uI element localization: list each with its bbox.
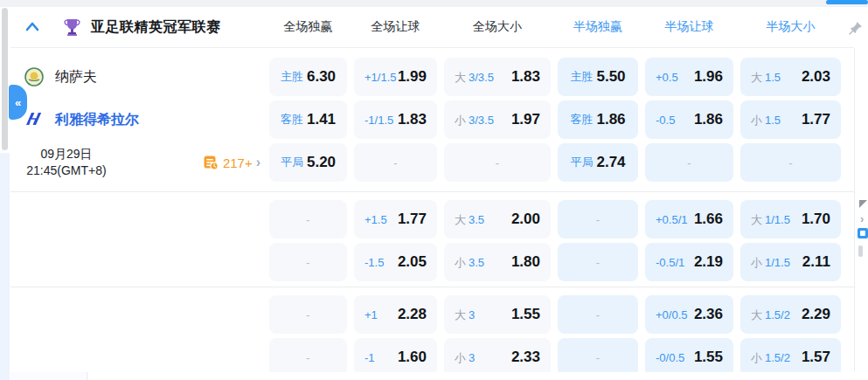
odds-cell-ht-overunder[interactable]: 小1.5/2 1.57 (740, 338, 841, 377)
market-tab-ft-overunder[interactable]: 全场大小 (441, 19, 554, 35)
odds-value: 2.19 (694, 253, 723, 271)
market-tab-ht-overunder[interactable]: 半场大小 (737, 19, 844, 35)
odds-cell-ht-1x2[interactable]: 客胜 1.86 (558, 100, 638, 139)
odds-value: 1.41 (307, 111, 336, 128)
odds-value: 2.28 (398, 306, 427, 323)
market-tab-ht-handicap[interactable]: 半场让球 (642, 19, 737, 35)
odds-value: 1.55 (511, 306, 540, 323)
home-team-row[interactable]: 纳萨夫 (10, 58, 266, 96)
ou-line: 3.5 (469, 213, 484, 226)
odds-row-away: 客胜 1.41 -1/1.5 1.83 小3/3.5 1.97 客胜 1.86 (266, 100, 854, 139)
odds-value: 6.30 (307, 68, 336, 86)
markets-count-icon (203, 155, 219, 170)
odds-value: 2.05 (398, 253, 427, 271)
odds-cell-empty: - (558, 243, 638, 281)
trophy-icon (64, 18, 80, 37)
odds-grid-main: 主胜 6.30 +1/1.5 1.99 大3/3.5 1.83 主胜 5.50 (266, 58, 854, 186)
odds-cell-empty: - (558, 338, 638, 377)
odds-cell-ft-1x2[interactable]: 主胜 6.30 (269, 58, 347, 96)
odds-value: 2.29 (802, 306, 830, 323)
home-team-name: 纳萨夫 (55, 68, 97, 86)
odds-cell-ft-handicap[interactable]: -1 1.60 (354, 338, 437, 377)
empty-dash: - (393, 156, 397, 169)
odds-cell-ft-overunder[interactable]: 小3/3.5 1.97 (444, 100, 551, 139)
odds-cell-ft-1x2[interactable]: 平局 5.20 (269, 143, 347, 182)
ou-direction: 大 (455, 213, 466, 226)
odds-cell-ht-handicap[interactable]: +0.5/1 1.66 (645, 200, 733, 238)
odds-value: 1.66 (694, 211, 723, 228)
odds-cell-ht-handicap[interactable]: -0.5 1.86 (645, 100, 733, 139)
ou-direction: 大 (751, 308, 762, 321)
vertical-scrollbar-thumb[interactable] (2, 8, 8, 150)
odds-cell-ft-handicap[interactable]: -1/1.5 1.83 (354, 100, 437, 139)
ou-line-group: 小1.5/2 (751, 349, 790, 366)
market-tab-ht-1x2[interactable]: 半场独赢 (554, 19, 642, 35)
ou-direction: 小 (455, 114, 466, 127)
ou-line-group: 小1/1.5 (751, 254, 790, 271)
odds-cell-ft-overunder[interactable]: 小3.5 1.80 (444, 243, 551, 281)
handicap-line: -0.5/1 (656, 256, 684, 269)
ou-line-group: 大1.5/2 (751, 307, 790, 323)
sidebar-collapse-tab[interactable]: « (9, 85, 27, 120)
odds-section-alt1: - +1.5 1.77 大3.5 2.00 - +0.5/1 1.66 (10, 191, 854, 287)
league-header-row: 亚足联精英冠军联赛 全场独赢 全场让球 全场大小 半场独赢 半场让球 半场大小 (10, 7, 854, 48)
odds-cell-ht-overunder[interactable]: 小1.5 1.77 (740, 100, 841, 139)
ou-direction: 大 (455, 308, 466, 321)
ou-line-group: 小3/3.5 (455, 112, 494, 128)
left-spacer (10, 295, 266, 377)
odds-cell-ht-overunder[interactable]: 大1.5/2 2.29 (740, 295, 841, 334)
ou-direction: 小 (455, 256, 466, 269)
market-tab-ft-handicap[interactable]: 全场让球 (351, 19, 441, 35)
empty-dash: - (596, 213, 600, 226)
odds-cell-ht-overunder[interactable]: 大1/1.5 1.70 (740, 200, 841, 238)
odds-cell-empty: - (444, 143, 551, 182)
odds-cell-ft-1x2[interactable]: 客胜 1.41 (269, 100, 347, 139)
odds-cell-ft-overunder[interactable]: 大3 1.55 (444, 295, 551, 334)
odds-cell-ht-handicap[interactable]: -0/0.5 1.55 (645, 338, 733, 377)
odds-value: 1.77 (802, 111, 830, 128)
odds-cell-ft-overunder[interactable]: 大3.5 2.00 (444, 200, 551, 238)
next-section-left-cell (10, 372, 87, 380)
odds-grid-alt2: - +1 2.28 大3 1.55 - +0/0.5 2.36 (266, 295, 854, 377)
odds-cell-ft-handicap[interactable]: +1 2.28 (354, 295, 437, 334)
collapse-league-icon[interactable] (24, 20, 40, 34)
handicap-line: -0.5 (656, 114, 675, 127)
odds-cell-ht-handicap[interactable]: +0/0.5 2.36 (645, 295, 733, 334)
handicap-line: +0.5/1 (656, 213, 688, 226)
odds-cell-ht-1x2[interactable]: 平局 2.74 (558, 143, 638, 182)
odds-value: 2.11 (802, 253, 830, 271)
odds-row: - +1 2.28 大3 1.55 - +0/0.5 2.36 (266, 295, 854, 334)
ou-direction: 大 (751, 213, 762, 226)
more-markets-link[interactable]: 217+ › (203, 155, 260, 170)
empty-dash: - (306, 213, 309, 226)
pin-icon[interactable] (849, 21, 863, 38)
ou-line: 3.5 (469, 256, 484, 269)
away-team-row[interactable]: 利雅得希拉尔 (10, 100, 266, 139)
odds-cell-ht-handicap[interactable]: +0.5 1.96 (645, 58, 733, 96)
handicap-line: +1/1.5 (365, 71, 397, 84)
odds-cell-ft-overunder[interactable]: 大3/3.5 1.83 (444, 58, 551, 96)
more-markets-chevron-icon: › (256, 155, 260, 169)
ou-direction: 小 (751, 114, 762, 127)
ou-line-group: 大1/1.5 (751, 211, 790, 228)
odds-cell-ft-handicap[interactable]: +1.5 1.77 (354, 200, 437, 238)
odds-cell-empty: - (354, 143, 437, 182)
odds-cell-empty: - (558, 200, 638, 238)
odds-cell-ht-overunder[interactable]: 大1.5 2.03 (740, 58, 841, 96)
odds-cell-ht-handicap[interactable]: -0.5/1 2.19 (645, 243, 733, 281)
right-panel-divider (854, 48, 855, 371)
odds-value: 1.86 (596, 111, 625, 128)
market-tab-ft-1x2[interactable]: 全场独赢 (266, 19, 351, 35)
odds-cell-ft-handicap[interactable]: +1/1.5 1.99 (354, 58, 437, 96)
odds-cell-ft-overunder[interactable]: 小3 2.33 (444, 338, 551, 377)
odds-cell-ht-1x2[interactable]: 主胜 5.50 (558, 58, 638, 96)
odds-value: 2.36 (694, 306, 723, 323)
odds-cell-ft-handicap[interactable]: -1.5 2.05 (354, 243, 437, 281)
odds-value: 2.00 (511, 211, 540, 228)
odds-cell-ht-overunder[interactable]: 小1/1.5 2.11 (740, 243, 841, 281)
handicap-line: +1.5 (365, 213, 387, 226)
ou-line: 3 (469, 351, 475, 364)
left-spacer (10, 200, 266, 281)
odds-row: - -1 1.60 小3 2.33 - -0/0.5 1.55 (266, 338, 854, 377)
ou-direction: 小 (455, 351, 466, 364)
